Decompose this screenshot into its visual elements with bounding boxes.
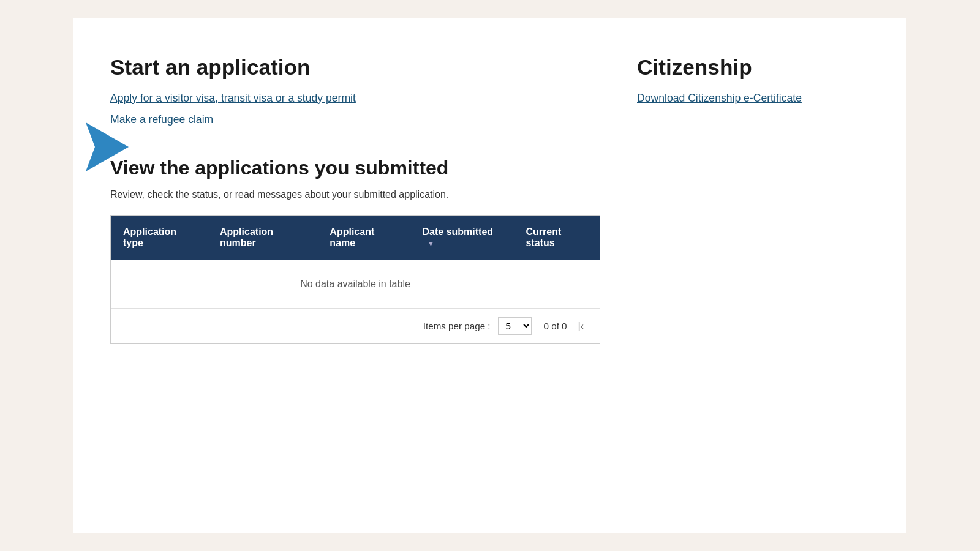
table-empty-message: No data available in table (111, 260, 600, 309)
app-number-col-header: Application number (208, 216, 317, 260)
applications-table: Application type Application number Appl… (111, 216, 600, 308)
content-area: Start an application Apply for a visitor… (110, 55, 870, 344)
view-applications-description: Review, check the status, or read messag… (110, 189, 600, 200)
citizenship-title: Citizenship (637, 55, 870, 80)
view-applications-title: View the applications you submitted (110, 157, 600, 179)
first-page-button[interactable]: |‹ (575, 320, 587, 333)
table-header-row: Application type Application number Appl… (111, 216, 600, 260)
page-container: Start an application Apply for a visitor… (74, 18, 907, 533)
applicant-name-col-header: Applicant name (317, 216, 410, 260)
visitor-visa-link[interactable]: Apply for a visitor visa, transit visa o… (110, 92, 600, 105)
refugee-claim-link[interactable]: Make a refugee claim (110, 113, 600, 126)
right-section: Citizenship Download Citizenship e-Certi… (637, 55, 870, 344)
current-status-col-header: Current status (514, 216, 600, 260)
start-application-section: Start an application Apply for a visitor… (110, 55, 600, 126)
view-applications-section: View the applications you submitted Revi… (110, 157, 600, 344)
table-empty-row: No data available in table (111, 260, 600, 309)
logo-arrow (86, 122, 129, 171)
applications-table-wrapper: Application type Application number Appl… (110, 215, 600, 344)
start-application-title: Start an application (110, 55, 600, 80)
table-footer: Items per page : 5 10 25 0 of 0 |‹ (111, 308, 600, 343)
items-per-page-select[interactable]: 5 10 25 (498, 317, 532, 335)
left-section: Start an application Apply for a visitor… (110, 55, 600, 344)
app-type-col-header: Application type (111, 216, 208, 260)
download-cert-link[interactable]: Download Citizenship e-Certificate (637, 92, 870, 105)
items-per-page-label: Items per page : (423, 321, 491, 331)
date-submitted-col-header[interactable]: Date submitted ▼ (410, 216, 514, 260)
page-info: 0 of 0 (544, 321, 567, 331)
svg-marker-0 (86, 122, 129, 171)
sort-icon: ▼ (428, 239, 435, 248)
